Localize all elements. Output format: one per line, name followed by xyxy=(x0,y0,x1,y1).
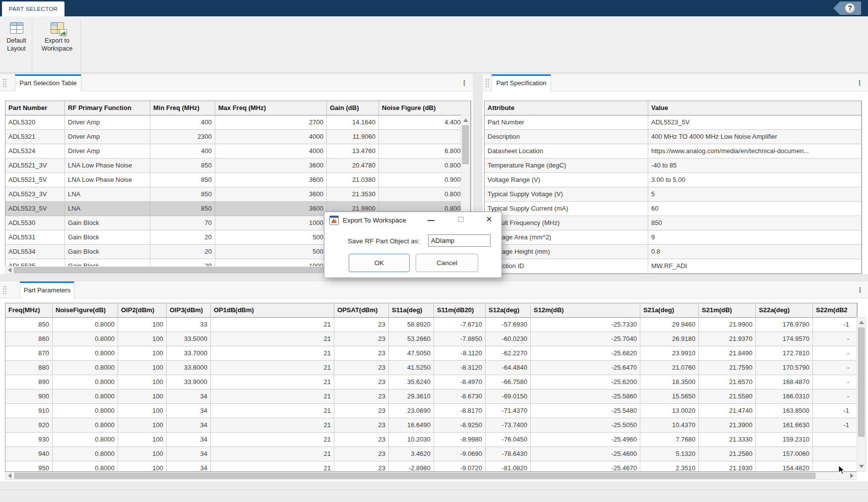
column-header: Value xyxy=(648,101,862,115)
cell: -25.4670 xyxy=(531,461,640,472)
table-row[interactable]: Typical Supply Voltage (V)5 xyxy=(485,187,862,202)
cell: ADL5521_3V xyxy=(5,159,65,173)
table-row[interactable]: Typical Supply Current (mA)60 xyxy=(485,202,862,216)
table-row[interactable]: ADL5521_5VLNA Low Phase Noise850360021.0… xyxy=(5,173,471,187)
params-vertical-scrollbar[interactable] xyxy=(857,317,866,472)
cell xyxy=(379,130,471,144)
cell: Default Frequency (MHz) xyxy=(485,216,648,230)
export-to-workspace-button[interactable]: Export to Workspace xyxy=(35,18,79,64)
cell: ADL5531 xyxy=(5,230,65,245)
table-row[interactable]: 9100.800010034212323.0690-8.8170-71.4370… xyxy=(5,404,857,418)
cell: 500 xyxy=(215,230,327,245)
cell: 23 xyxy=(334,390,389,404)
cell: 21.3330 xyxy=(699,433,756,447)
scroll-up-icon[interactable] xyxy=(463,118,468,122)
table-row[interactable]: 8800.800010033.8000212341.5250-8.3120-64… xyxy=(5,361,857,375)
cell: -40 to 85 xyxy=(648,159,862,173)
cell: -71.4370 xyxy=(486,404,531,418)
column-header: Part Number xyxy=(5,101,65,115)
tab-part-specification[interactable]: Part Specification xyxy=(492,74,551,91)
cell: 21.9370 xyxy=(699,332,756,346)
variable-name-input[interactable] xyxy=(428,234,491,247)
cell: -1 xyxy=(813,318,857,332)
table-row[interactable]: 8500.800010033212358.8920-7.6710-57.6930… xyxy=(5,318,857,332)
cell: Typical Supply Voltage (V) xyxy=(485,187,648,202)
table-row[interactable]: Datasheet Locationhttps://www.analog.com… xyxy=(485,144,862,159)
scrollbar-thumb[interactable] xyxy=(462,125,469,164)
table-row[interactable]: Part NumberADL5523_5V xyxy=(485,115,862,130)
scrollbar-thumb[interactable] xyxy=(14,267,351,273)
cell: 23 xyxy=(334,461,389,472)
table-row[interactable]: 9200.800010034212316.6490-8.9250-73.7400… xyxy=(5,418,857,433)
cell: -66.7580 xyxy=(486,375,531,390)
cell: 880 xyxy=(5,361,53,375)
cell: 3600 xyxy=(215,202,327,216)
table-row[interactable]: ADL5324Driver Amp400400013.47606.8000 xyxy=(5,144,471,159)
scroll-left-icon[interactable] xyxy=(8,473,11,478)
overflow-menu-icon[interactable]: ⋮ xyxy=(460,78,468,87)
table-row[interactable]: 8700.800010033.7000212347.5050-8.1120-62… xyxy=(5,346,857,361)
table-row[interactable]: 8900.800010033.9000212335.6240-8.4970-66… xyxy=(5,375,857,390)
cell: Driver Amp xyxy=(65,144,150,159)
close-icon[interactable]: ✕ xyxy=(481,212,497,227)
table-row[interactable]: ADL5521_3VLNA Low Phase Noise850360020.4… xyxy=(5,159,471,173)
ok-button[interactable]: OK xyxy=(349,254,410,272)
table-row[interactable]: ADL5320Driver Amp400270014.16404.4000 xyxy=(5,115,471,130)
scrollbar-thumb[interactable] xyxy=(14,473,815,479)
scrollbar-thumb[interactable] xyxy=(858,328,865,437)
cell xyxy=(813,433,857,447)
cell: 400 xyxy=(150,115,215,130)
cell: 33.7000 xyxy=(167,346,211,361)
table-row[interactable]: 8600.800010033.5000212353.2660-7.8850-60… xyxy=(5,332,857,346)
cell: Description xyxy=(485,130,648,144)
scroll-right-icon[interactable] xyxy=(850,473,854,478)
cell: 18.3500 xyxy=(640,375,699,390)
table-row[interactable]: Default Frequency (MHz)850 xyxy=(485,216,862,230)
scroll-up-icon[interactable] xyxy=(859,321,864,324)
tab-part-parameters[interactable]: Part Parameters xyxy=(20,281,74,298)
table-row[interactable]: 9500.8000100342123-2.8980-9.0720-81.0820… xyxy=(5,461,857,472)
cell: -2.8980 xyxy=(389,461,434,472)
table-row[interactable]: 9000.800010034212329.3610-8.6730-69.0150… xyxy=(5,390,857,404)
table-row[interactable]: Package Area (mm^2)9 xyxy=(485,230,862,245)
cell: -25.6820 xyxy=(531,346,640,361)
ribbon-toolbar: Default Layout Export to Workspace LAYOU… xyxy=(0,16,868,73)
cell: 161.6630 xyxy=(756,418,813,433)
overflow-menu-icon[interactable]: ⋮ xyxy=(856,78,864,87)
table-row[interactable]: 9400.80001003421233.4620-9.0690-78.6430-… xyxy=(5,447,857,461)
drag-grip-icon[interactable] xyxy=(2,78,7,88)
default-layout-button[interactable]: Default Layout xyxy=(2,18,31,64)
table-row[interactable]: Temperature Range (degC)-40 to 85 xyxy=(485,159,862,173)
cell: 3600 xyxy=(215,159,327,173)
cancel-button[interactable]: Cancel xyxy=(416,254,478,272)
overflow-menu-icon[interactable]: ⋮ xyxy=(856,285,864,294)
export-to-workspace-icon xyxy=(51,22,64,34)
drag-grip-icon[interactable] xyxy=(2,285,7,295)
table-row[interactable]: Description400 MHz TO 4000 MHz Low Noise… xyxy=(485,130,862,144)
minimize-icon[interactable] xyxy=(424,212,438,227)
cell: -1 xyxy=(813,404,857,418)
maximize-icon xyxy=(453,212,468,227)
cell: 850 xyxy=(648,216,862,230)
button-label: Workspace xyxy=(35,45,79,53)
tab-part-selection-table[interactable]: Part Selection Table xyxy=(15,74,81,91)
params-horizontal-scrollbar[interactable] xyxy=(5,472,857,480)
help-icon[interactable]: ? xyxy=(845,3,855,13)
cell: -64.4840 xyxy=(486,361,531,375)
table-row[interactable]: ADL5523_3VLNA850360021.35300.8000 xyxy=(5,187,471,202)
column-header: S11m(dB20) xyxy=(434,303,486,318)
cell: 23.9910 xyxy=(640,346,699,361)
table-row[interactable]: 9300.800010034212310.2030-8.9980-76.0450… xyxy=(5,433,857,447)
cell: 58.8920 xyxy=(389,318,434,332)
ribbon-tab-part-selector[interactable]: PART SELECTOR xyxy=(2,1,64,16)
scroll-left-icon[interactable] xyxy=(8,268,11,273)
cell: 100 xyxy=(118,447,167,461)
table-row[interactable]: Voltage Range (V)3.00 to 5.00 xyxy=(485,173,862,187)
table-row[interactable]: ADL5321Driver Amp2300400011.9060 xyxy=(5,130,471,144)
table-row[interactable]: Collection IDMW.RF_ADI xyxy=(485,259,862,274)
scroll-down-icon[interactable] xyxy=(859,465,864,468)
column-header: RF Primary Function xyxy=(65,101,150,115)
drag-grip-icon[interactable] xyxy=(485,78,490,88)
table-row[interactable]: Package Height (mm)0.8 xyxy=(485,245,862,259)
cell: 21.8490 xyxy=(699,346,756,361)
